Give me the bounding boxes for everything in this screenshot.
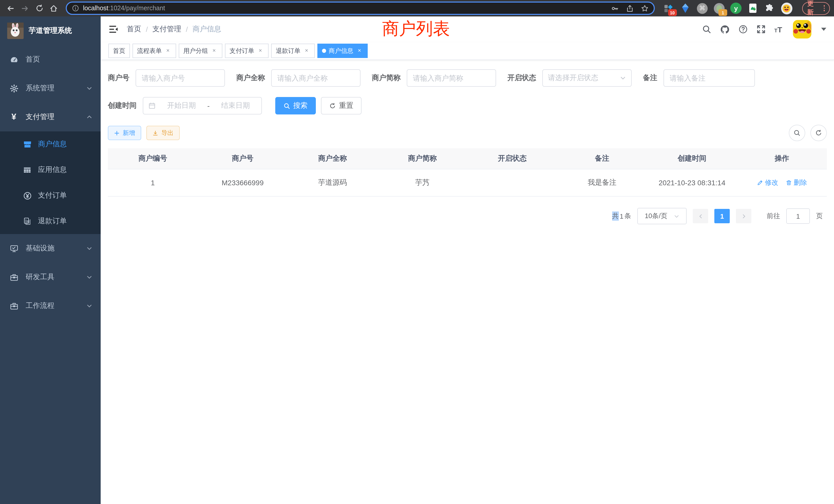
app-frame: 芋道管理系统 首页 系统管理 ¥ 支付管理 (0, 17, 834, 504)
sidebar-logo[interactable]: 芋道管理系统 (0, 17, 101, 45)
table-row: 1 M233666999 芋道源码 芋艿 我是备注 2021-10-23 08:… (108, 169, 827, 197)
user-avatar[interactable] (793, 20, 811, 39)
share-icon[interactable] (626, 4, 634, 12)
bookmark-star-icon[interactable] (641, 4, 649, 12)
remark-input[interactable] (663, 69, 755, 87)
field-label: 创建时间 (108, 101, 137, 110)
refresh-table-button[interactable] (810, 125, 827, 141)
next-page-button[interactable] (736, 209, 751, 223)
app-title: 芋道管理系统 (29, 26, 72, 36)
tab-refund-order[interactable]: 退款订单× (271, 44, 315, 58)
github-icon[interactable] (720, 24, 729, 34)
close-icon[interactable]: × (356, 47, 363, 54)
prev-page-button[interactable] (693, 209, 708, 223)
goto-page-input[interactable] (786, 208, 810, 224)
screen: localhost:1024/pay/merchant 10 (0, 0, 834, 504)
chevron-left-icon (698, 213, 703, 219)
reset-button[interactable]: 重置 (321, 97, 361, 114)
extension-y-icon[interactable]: y (730, 3, 742, 14)
extension-recorder-icon[interactable]: 1 (714, 3, 725, 14)
toggle-search-button[interactable] (789, 125, 805, 141)
sidebar-item-devtools[interactable]: 研发工具 (0, 263, 101, 292)
extension-tabs-icon[interactable]: 10 (663, 3, 674, 14)
tab-pay-order[interactable]: 支付订单× (225, 44, 269, 58)
add-button[interactable]: 新增 (108, 126, 141, 140)
column-header: 商户简称 (377, 154, 467, 163)
tab-user-group[interactable]: 用户分组× (179, 44, 222, 58)
browser-forward-button[interactable] (19, 2, 32, 15)
short-name-input[interactable] (407, 69, 496, 87)
update-label: 更新 (807, 0, 820, 17)
password-key-icon[interactable] (611, 4, 619, 12)
sidebar-item-label: 支付订单 (38, 191, 67, 200)
sidebar-item-infra[interactable]: 基础设施 (0, 234, 101, 263)
pagination-total: 共 1 条 (612, 211, 631, 221)
fullscreen-icon[interactable] (756, 25, 765, 34)
total-suffix: 条 (624, 211, 631, 221)
switch-knob (504, 183, 512, 191)
font-size-icon[interactable]: TT (774, 25, 782, 33)
grid-icon (23, 166, 32, 174)
status-select[interactable]: 请选择开启状态 (542, 69, 632, 87)
export-button[interactable]: 导出 (146, 126, 180, 140)
date-separator: - (207, 101, 210, 110)
sidebar-item-home[interactable]: 首页 (0, 45, 101, 74)
close-icon[interactable]: × (303, 47, 310, 54)
extension-kite-icon[interactable] (680, 3, 691, 14)
help-icon[interactable] (738, 25, 747, 34)
delete-link[interactable]: 删除 (786, 178, 807, 187)
breadcrumb-item[interactable]: 首页 (127, 25, 141, 34)
url-host: localhost (83, 5, 108, 12)
close-icon[interactable]: × (211, 47, 218, 54)
sidebar-item-workflow[interactable]: 工作流程 (0, 292, 101, 320)
edit-label: 修改 (765, 178, 778, 187)
search-icon[interactable] (702, 25, 711, 34)
sidebar-item-pay-order[interactable]: 支付订单 (0, 183, 101, 208)
y-letter-icon: y (730, 3, 742, 14)
right-toolbar (789, 125, 827, 141)
sidebar-item-refund-order[interactable]: 退款订单 (0, 208, 101, 234)
delete-label: 删除 (794, 178, 807, 187)
avatar-caret-down-icon[interactable] (821, 28, 826, 31)
close-icon[interactable]: × (164, 47, 172, 54)
extensions-puzzle-button[interactable] (764, 3, 775, 14)
page-size-select[interactable]: 10条/页 (637, 208, 687, 224)
page-number-1[interactable]: 1 (714, 209, 730, 223)
profile-smiley-icon (781, 2, 792, 14)
sidebar-item-payment[interactable]: ¥ 支付管理 (0, 102, 101, 131)
close-icon[interactable]: × (257, 47, 264, 54)
sidebar-item-app-info[interactable]: 应用信息 (0, 157, 101, 183)
browser-back-button[interactable] (4, 2, 18, 15)
sidebar-item-merchant-info[interactable]: 商户信息 (0, 131, 101, 157)
edit-link[interactable]: 修改 (757, 178, 778, 187)
merchant-no-input[interactable] (136, 69, 225, 87)
trash-icon (786, 180, 792, 186)
column-header: 商户全称 (288, 154, 377, 163)
browser-home-button[interactable] (47, 2, 60, 15)
cell-remark: 我是备注 (557, 178, 647, 187)
sidebar-item-system[interactable]: 系统管理 (0, 74, 101, 102)
address-bar[interactable]: localhost:1024/pay/merchant (65, 2, 655, 15)
extension-docs-icon[interactable] (747, 3, 759, 14)
chevron-right-icon (741, 213, 746, 219)
breadcrumb-item[interactable]: 支付管理 (153, 25, 181, 34)
browser-update-menu-button[interactable]: 更新 (802, 2, 830, 15)
tab-process-form[interactable]: 流程表单× (132, 44, 176, 58)
full-name-input[interactable] (271, 69, 360, 87)
table-header-row: 商户编号 商户号 商户全称 商户简称 开启状态 备注 创建时间 操作 (108, 148, 827, 169)
search-button[interactable]: 搜索 (275, 97, 316, 114)
browser-profile-avatar[interactable] (781, 3, 792, 14)
tab-home[interactable]: 首页 (108, 44, 130, 58)
sidebar-collapse-button[interactable] (108, 24, 118, 35)
browser-reload-button[interactable] (33, 2, 46, 15)
tab-merchant-info-active[interactable]: 商户信息× (317, 44, 368, 58)
address-bar-actions (611, 4, 649, 12)
sidebar-item-label: 研发工具 (26, 273, 54, 282)
kite-icon (681, 3, 690, 13)
navbar-actions: TT (702, 20, 826, 39)
create-time-range-picker[interactable]: 开始日期 - 结束日期 (143, 97, 262, 114)
breadcrumb: 首页 / 支付管理 / 商户信息 (127, 25, 221, 34)
refresh-icon (329, 102, 336, 109)
extension-shortcuts-icon[interactable]: ⌘ (697, 3, 708, 14)
site-info-icon[interactable] (72, 5, 79, 12)
